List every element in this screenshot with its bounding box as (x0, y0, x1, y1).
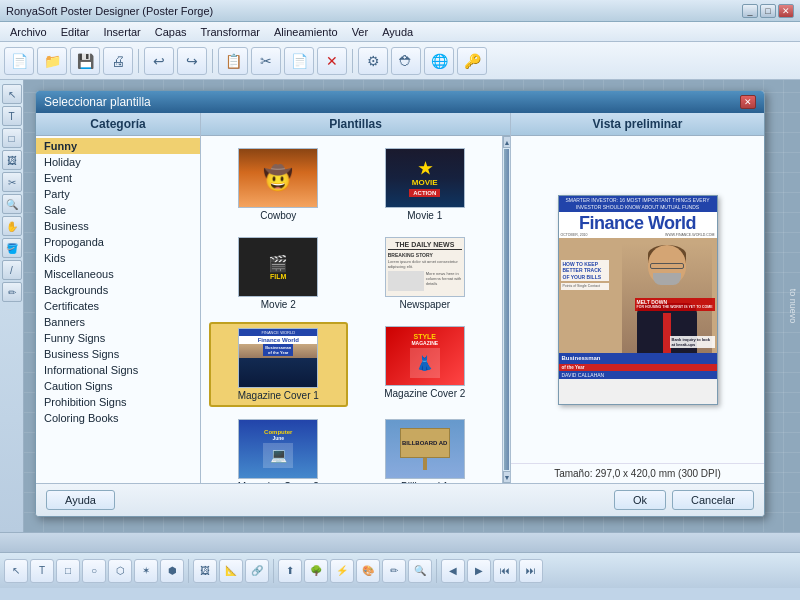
template-magcover2[interactable]: STYLE MAGAZINE 👗 Magazine Cover 2 (356, 322, 495, 407)
bottom-tool-3[interactable]: □ (56, 559, 80, 583)
ok-button[interactable]: Ok (614, 490, 666, 510)
category-item-holiday[interactable]: Holiday (36, 154, 200, 170)
separator-3 (352, 49, 353, 73)
bottom-tool-1[interactable]: ↖ (4, 559, 28, 583)
bottom-tool-2[interactable]: T (30, 559, 54, 583)
save-button[interactable]: 💾 (70, 47, 100, 75)
menu-ver[interactable]: Ver (346, 24, 375, 40)
category-item-coloringbooks[interactable]: Coloring Books (36, 410, 200, 426)
bottom-tool-13[interactable]: ⚡ (330, 559, 354, 583)
category-item-miscellaneous[interactable]: Miscellaneous (36, 266, 200, 282)
category-item-banners[interactable]: Banners (36, 314, 200, 330)
bottom-tool-9[interactable]: 📐 (219, 559, 243, 583)
fw-website: WWW.FINANCE-WORLD.COM (665, 233, 714, 237)
template-label-magcover2: Magazine Cover 2 (384, 388, 465, 399)
key-button[interactable]: 🔑 (457, 47, 487, 75)
category-item-business[interactable]: Business (36, 218, 200, 234)
bottom-tool-20[interactable]: ⏭ (519, 559, 543, 583)
menu-archivo[interactable]: Archivo (4, 24, 53, 40)
cancel-button[interactable]: Cancelar (672, 490, 754, 510)
bottom-tool-11[interactable]: ⬆ (278, 559, 302, 583)
template-billboard1[interactable]: BILLBOARD AD Billboard 1 (356, 415, 495, 483)
close-button[interactable]: ✕ (778, 4, 794, 18)
minimize-button[interactable]: _ (742, 4, 758, 18)
template-movie1[interactable]: ★ MOVIE ACTION Movie 1 (356, 144, 495, 225)
category-item-kids[interactable]: Kids (36, 250, 200, 266)
category-item-informationalsigns[interactable]: Informational Signs (36, 362, 200, 378)
undo-button[interactable]: ↩ (144, 47, 174, 75)
category-item-certificates[interactable]: Certificates (36, 298, 200, 314)
menu-alineamiento[interactable]: Alineamiento (268, 24, 344, 40)
fw-right-block: Bank inquiry to look at break-ups (670, 336, 715, 348)
category-item-backgrounds[interactable]: Backgrounds (36, 282, 200, 298)
bottom-tool-16[interactable]: 🔍 (408, 559, 432, 583)
dialog-footer: Ayuda Ok Cancelar (36, 483, 764, 516)
new-button[interactable]: 📄 (4, 47, 34, 75)
category-list[interactable]: Funny Holiday Event Party Sale Business … (36, 136, 200, 483)
delete-button[interactable]: ✕ (317, 47, 347, 75)
category-item-sale[interactable]: Sale (36, 202, 200, 218)
bottom-tool-6[interactable]: ✶ (134, 559, 158, 583)
category-item-funnysigns[interactable]: Funny Signs (36, 330, 200, 346)
bottom-tool-18[interactable]: ▶ (467, 559, 491, 583)
billboard-thumb-content: BILLBOARD AD (386, 420, 464, 478)
fw-person-name: DAVID CALLAHAN (562, 372, 605, 378)
template-magcover1[interactable]: FINANCE WORLD Finance World Businessmano… (209, 322, 348, 407)
menu-transformar[interactable]: Transformar (195, 24, 267, 40)
category-item-cautionsigns[interactable]: Caution Signs (36, 378, 200, 394)
category-item-event[interactable]: Event (36, 170, 200, 186)
dialog-body: Categoría Funny Holiday Event Party Sale… (36, 113, 764, 483)
web-button[interactable]: 🌐 (424, 47, 454, 75)
template-movie2[interactable]: 🎬 FILM Movie 2 (209, 233, 348, 314)
bottom-tool-10[interactable]: 🔗 (245, 559, 269, 583)
open-button[interactable]: 📁 (37, 47, 67, 75)
menu-editar[interactable]: Editar (55, 24, 96, 40)
bottom-tool-5[interactable]: ⬡ (108, 559, 132, 583)
template-label-movie2: Movie 2 (261, 299, 296, 310)
bottom-tool-7[interactable]: ⬢ (160, 559, 184, 583)
statusbar (0, 532, 800, 552)
scroll-thumb[interactable] (504, 149, 509, 470)
mag1-thumb-content: FINANCE WORLD Finance World Businessmano… (239, 329, 317, 387)
bottom-tool-17[interactable]: ◀ (441, 559, 465, 583)
paste-button[interactable]: 📄 (284, 47, 314, 75)
category-item-businesssigns[interactable]: Business Signs (36, 346, 200, 362)
maximize-button[interactable]: □ (760, 4, 776, 18)
bottom-tool-15[interactable]: ✏ (382, 559, 406, 583)
print-button[interactable]: 🖨 (103, 47, 133, 75)
separator-1 (138, 49, 139, 73)
category-item-propoganda[interactable]: Propoganda (36, 234, 200, 250)
copy-button[interactable]: 📋 (218, 47, 248, 75)
fw-right-heading: Bank inquiry to look at break-ups (672, 337, 713, 347)
bottom-tool-12[interactable]: 🌳 (304, 559, 328, 583)
help-button[interactable]: Ayuda (46, 490, 115, 510)
category-item-party[interactable]: Party (36, 186, 200, 202)
template-thumb-magcover1: FINANCE WORLD Finance World Businessmano… (238, 328, 318, 388)
menu-ayuda[interactable]: Ayuda (376, 24, 419, 40)
scroll-up-arrow[interactable]: ▲ (503, 136, 510, 148)
cut-button[interactable]: ✂ (251, 47, 281, 75)
dialog-close-button[interactable]: ✕ (740, 95, 756, 109)
bottom-tool-19[interactable]: ⏮ (493, 559, 517, 583)
template-magcover3[interactable]: Computer June 💻 Magazine Cover 3 (209, 415, 348, 483)
fw-title-area: Finance World (559, 212, 717, 233)
template-cowboy[interactable]: 🤠 Cowboy (209, 144, 348, 225)
separator-2 (212, 49, 213, 73)
redo-button[interactable]: ↪ (177, 47, 207, 75)
menu-insertar[interactable]: Insertar (97, 24, 146, 40)
scroll-down-arrow[interactable]: ▼ (503, 471, 510, 483)
preview-content: SMARTER INVESTOR: 16 MOST IMPORTANT THIN… (511, 136, 764, 463)
help-icon-button[interactable]: ⛑ (391, 47, 421, 75)
bottom-tool-8[interactable]: 🖼 (193, 559, 217, 583)
category-item-prohibitionsigns[interactable]: Prohibition Signs (36, 394, 200, 410)
fw-glasses (650, 263, 684, 269)
template-newspaper[interactable]: THE DAILY NEWS BREAKING STORY Lorem ipsu… (356, 233, 495, 314)
bottom-tool-14[interactable]: 🎨 (356, 559, 380, 583)
menu-capas[interactable]: Capas (149, 24, 193, 40)
preview-panel: Vista preliminar SMARTER INVESTOR: 16 MO… (511, 113, 764, 483)
category-item-funny[interactable]: Funny (36, 138, 200, 154)
templates-scrollbar[interactable]: ▲ ▼ (502, 136, 510, 483)
settings-button[interactable]: ⚙ (358, 47, 388, 75)
finance-world-cover: SMARTER INVESTOR: 16 MOST IMPORTANT THIN… (559, 196, 717, 404)
bottom-tool-4[interactable]: ○ (82, 559, 106, 583)
